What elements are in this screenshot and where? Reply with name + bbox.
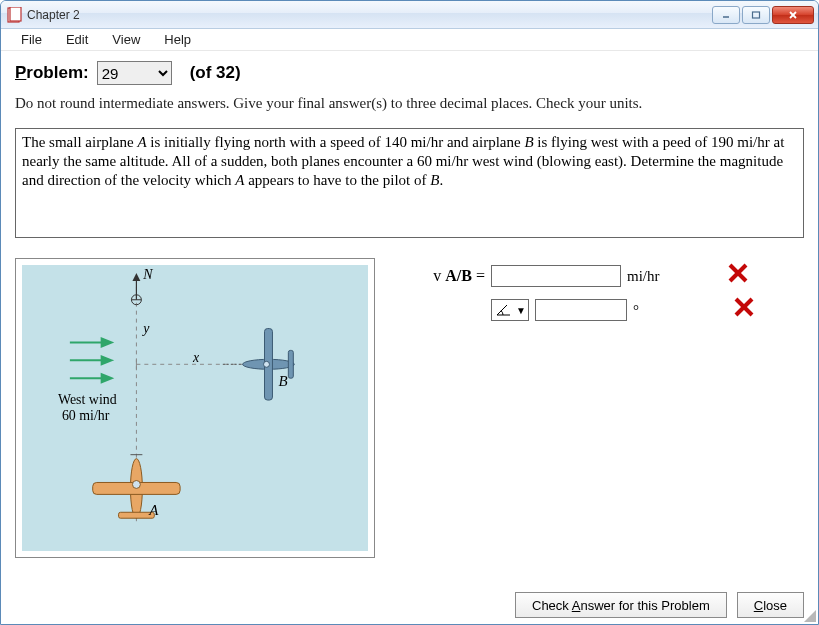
window-title: Chapter 2 — [27, 8, 712, 22]
minimize-button[interactable] — [712, 6, 740, 24]
svg-text:x: x — [192, 350, 200, 365]
magnitude-unit: mi/hr — [627, 268, 671, 285]
svg-point-27 — [264, 361, 270, 367]
status-x-icon — [725, 262, 751, 290]
work-area: N y x West wind 60 mi/hr — [15, 258, 804, 576]
status-x-icon — [731, 296, 757, 324]
menubar: File Edit View Help — [1, 29, 818, 51]
instructions-text: Do not round intermediate answers. Give … — [15, 95, 804, 112]
angle-input[interactable] — [535, 299, 627, 321]
problem-total: (of 32) — [190, 63, 241, 83]
svg-rect-3 — [753, 12, 760, 18]
magnitude-input[interactable] — [491, 265, 621, 287]
svg-line-39 — [497, 305, 507, 315]
svg-marker-19 — [102, 356, 112, 364]
svg-text:A: A — [148, 502, 159, 518]
svg-marker-21 — [102, 374, 112, 382]
svg-text:60 mi/hr: 60 mi/hr — [62, 408, 110, 423]
titlebar: Chapter 2 — [1, 1, 818, 29]
close-dialog-button[interactable]: Close — [737, 592, 804, 618]
problem-selector-row: Problem: 29 (of 32) — [15, 61, 804, 85]
angle-reference-select[interactable]: ▼ — [491, 299, 529, 321]
menu-help[interactable]: Help — [152, 30, 203, 49]
answer-panel: v A/B = mi/hr — [395, 258, 804, 576]
diagram: N y x West wind 60 mi/hr — [22, 265, 368, 551]
close-button[interactable] — [772, 6, 814, 24]
content-area: Problem: 29 (of 32) Do not round interme… — [1, 51, 818, 586]
problem-label: Problem: — [15, 63, 89, 83]
answer-row-magnitude: v A/B = mi/hr — [395, 262, 804, 290]
svg-marker-9 — [132, 273, 140, 281]
svg-point-33 — [132, 480, 140, 488]
menu-view[interactable]: View — [100, 30, 152, 49]
check-answer-button[interactable]: Check Answer for this Problem — [515, 592, 727, 618]
maximize-button[interactable] — [742, 6, 770, 24]
svg-rect-1 — [10, 7, 21, 21]
svg-marker-17 — [102, 338, 112, 346]
svg-text:West wind: West wind — [58, 392, 117, 407]
problem-number-select[interactable]: 29 — [97, 61, 172, 85]
svg-text:B: B — [278, 373, 287, 389]
svg-text:y: y — [141, 321, 150, 336]
answer-label-vab: v A/B = — [395, 267, 485, 285]
answer-row-angle: ▼ ° — [395, 296, 804, 324]
menu-edit[interactable]: Edit — [54, 30, 100, 49]
diagram-container: N y x West wind 60 mi/hr — [15, 258, 375, 558]
menu-file[interactable]: File — [9, 30, 54, 49]
svg-text:N: N — [142, 267, 153, 282]
window-controls — [712, 6, 814, 24]
app-icon — [7, 7, 23, 23]
resize-grip[interactable] — [802, 608, 816, 622]
svg-rect-26 — [288, 350, 293, 378]
app-window: Chapter 2 File Edit View Help Problem: 2… — [0, 0, 819, 625]
angle-unit: ° — [633, 302, 677, 319]
footer: Check Answer for this Problem Close — [1, 586, 818, 624]
problem-statement: The small airplane A is initially flying… — [15, 128, 804, 238]
